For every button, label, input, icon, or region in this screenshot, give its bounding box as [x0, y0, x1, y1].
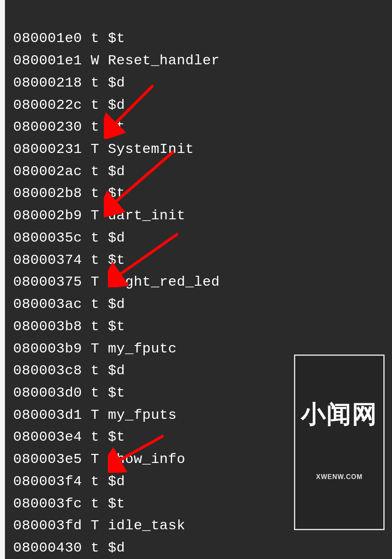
watermark-url: XWENW.COM [301, 472, 378, 482]
symbol-line: 080003b8 t $t [13, 316, 392, 338]
symbol-line: 080002b9 T uart_init [13, 205, 392, 227]
watermark-text: 小闻网 [301, 402, 378, 427]
symbol-line: 080002b8 t $t [13, 183, 392, 205]
symbol-line: 08000375 T light_red_led [13, 271, 392, 294]
watermark: 小闻网 XWENW.COM [294, 355, 385, 530]
left-gutter [0, 0, 5, 559]
terminal-output: 080001e0 t $t080001e1 W Reset_handler080… [5, 0, 392, 559]
symbol-line: 080001e0 t $t [13, 28, 392, 50]
symbol-line: 08000374 t $t [13, 249, 392, 272]
symbol-line: 08000230 t $t [13, 116, 392, 139]
symbol-line: 0800022c t $d [13, 94, 392, 117]
symbol-line: 080002ac t $d [13, 161, 392, 183]
symbol-line: 08000231 T SystemInit [13, 139, 392, 161]
symbol-line: 08000430 t $d [13, 537, 392, 559]
symbol-line: 0800035c t $d [13, 227, 392, 249]
symbol-line: 080001e1 W Reset_handler [13, 50, 392, 72]
symbol-line: 08000218 t $d [13, 72, 392, 94]
symbol-line: 080003ac t $d [13, 294, 392, 316]
